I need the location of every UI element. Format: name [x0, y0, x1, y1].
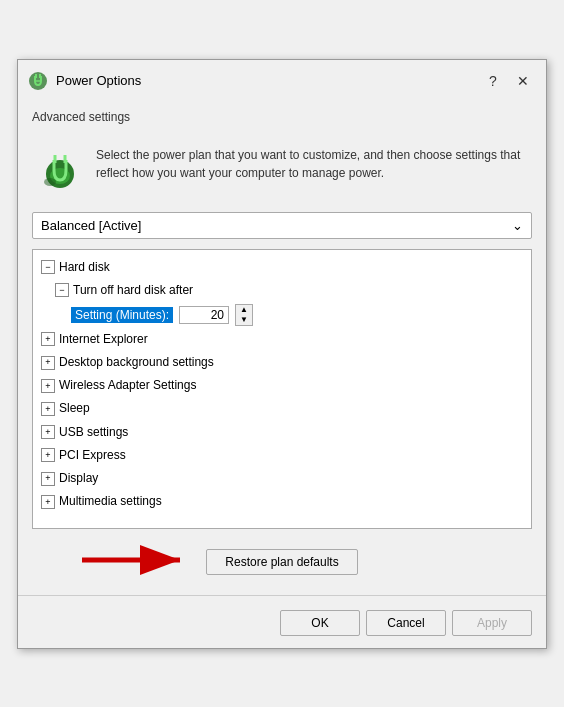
spinner-down[interactable]: ▼	[236, 315, 252, 325]
turn-off-hdd-label: Turn off hard disk after	[73, 281, 193, 300]
close-button[interactable]: ✕	[510, 68, 536, 94]
expand-usb[interactable]: +	[41, 425, 55, 439]
tree-item-desktop-bg[interactable]: + Desktop background settings	[33, 351, 531, 374]
spinner: ▲ ▼	[235, 304, 253, 326]
desktop-bg-label: Desktop background settings	[59, 353, 214, 372]
svg-point-7	[44, 178, 56, 186]
tree-item-sleep[interactable]: + Sleep	[33, 397, 531, 420]
expand-pci[interactable]: +	[41, 448, 55, 462]
sleep-label: Sleep	[59, 399, 90, 418]
expand-wireless[interactable]: +	[41, 379, 55, 393]
help-button[interactable]: ?	[480, 68, 506, 94]
power-options-icon	[28, 71, 48, 91]
tree-item-hard-disk[interactable]: − Hard disk	[33, 256, 531, 279]
multimedia-label: Multimedia settings	[59, 492, 162, 511]
plan-dropdown[interactable]: Balanced [Active] ⌄	[32, 212, 532, 239]
restore-defaults-button[interactable]: Restore plan defaults	[206, 549, 357, 575]
setting-row: Setting (Minutes): ▲ ▼	[33, 302, 531, 328]
tree-item-pci-express[interactable]: + PCI Express	[33, 444, 531, 467]
expand-hard-disk[interactable]: −	[41, 260, 55, 274]
tree-item-wireless[interactable]: + Wireless Adapter Settings	[33, 374, 531, 397]
cancel-button[interactable]: Cancel	[366, 610, 446, 636]
setting-label: Setting (Minutes):	[71, 307, 173, 323]
ie-label: Internet Explorer	[59, 330, 148, 349]
wireless-label: Wireless Adapter Settings	[59, 376, 196, 395]
tree-item-display[interactable]: + Display	[33, 467, 531, 490]
expand-desktop-bg[interactable]: +	[41, 356, 55, 370]
tree-container: − Hard disk − Turn off hard disk after S…	[32, 249, 532, 529]
footer-buttons: OK Cancel Apply	[18, 602, 546, 648]
expand-sleep[interactable]: +	[41, 402, 55, 416]
dialog-body: Advanced settings Select the power plan …	[18, 100, 546, 589]
section-label: Advanced settings	[32, 110, 532, 124]
red-arrow	[72, 545, 192, 578]
spinner-up[interactable]: ▲	[236, 305, 252, 315]
pci-label: PCI Express	[59, 446, 126, 465]
title-bar-controls: ? ✕	[480, 68, 536, 94]
dropdown-arrow: ⌄	[512, 218, 523, 233]
tree-item-usb[interactable]: + USB settings	[33, 421, 531, 444]
power-icon-large	[36, 146, 84, 194]
expand-ie[interactable]: +	[41, 332, 55, 346]
tree-item-internet-explorer[interactable]: + Internet Explorer	[33, 328, 531, 351]
hard-disk-label: Hard disk	[59, 258, 110, 277]
tree-item-turn-off-hdd[interactable]: − Turn off hard disk after	[33, 279, 531, 302]
usb-label: USB settings	[59, 423, 128, 442]
power-options-dialog: Power Options ? ✕ Advanced settings Sele…	[17, 59, 547, 649]
tree-item-multimedia[interactable]: + Multimedia settings	[33, 490, 531, 513]
apply-button[interactable]: Apply	[452, 610, 532, 636]
expand-turn-off-hdd[interactable]: −	[55, 283, 69, 297]
expand-display[interactable]: +	[41, 472, 55, 486]
restore-area: Restore plan defaults	[32, 539, 532, 579]
ok-button[interactable]: OK	[280, 610, 360, 636]
plan-value: Balanced [Active]	[41, 218, 141, 233]
expand-multimedia[interactable]: +	[41, 495, 55, 509]
footer-divider	[18, 595, 546, 596]
dialog-title: Power Options	[56, 73, 480, 88]
title-bar: Power Options ? ✕	[18, 60, 546, 100]
display-label: Display	[59, 469, 98, 488]
description-text: Select the power plan that you want to c…	[96, 146, 528, 182]
setting-value-input[interactable]	[179, 306, 229, 324]
description-area: Select the power plan that you want to c…	[32, 138, 532, 202]
